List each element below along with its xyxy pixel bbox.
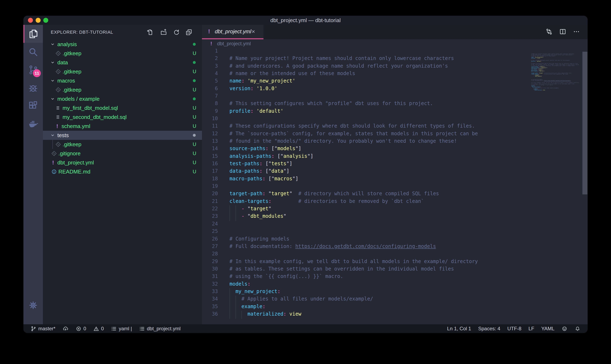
cursor-position[interactable]: Ln 1, Col 1 [447,326,471,332]
code-editor[interactable]: 12# Name your project! Project names sho… [202,48,588,324]
line-number[interactable]: 4 [202,71,218,76]
activity-item-docker[interactable] [23,115,43,133]
code-line-9[interactable]: 9profile: 'default' [202,108,588,116]
line-number[interactable]: 12 [202,131,218,136]
code-line-16[interactable]: 16test-paths: ["tests"] [202,161,588,168]
code-line-17[interactable]: 17data-paths: ["data"] [202,168,588,176]
line-number[interactable]: 13 [202,138,218,144]
chevron-down-icon[interactable] [50,41,55,47]
code-line-23[interactable]: 23 - "dbt_modules" [202,213,588,221]
code-line-21[interactable]: 21clean-targets: # directories to be rem… [202,198,588,206]
code-line-1[interactable]: 1 [202,48,588,56]
code-line-18[interactable]: 18macro-paths: ["macros"] [202,176,588,183]
tree-item-analysis[interactable]: analysis [43,40,202,49]
code-line-7[interactable]: 7 [202,93,588,101]
line-number[interactable]: 21 [202,198,218,204]
activity-item-explorer[interactable] [23,25,43,43]
line-number[interactable]: 2 [202,55,218,61]
refresh-explorer-button[interactable] [173,29,180,36]
tree-item--gitkeep[interactable]: .gitkeepU [43,85,202,94]
tree-item-my-first-dbt-model-sql[interactable]: my_first_dbt_model.sqlU [43,104,202,113]
tree-item--gitkeep[interactable]: .gitkeepU [43,140,202,149]
code-line-35[interactable]: 35 example: [202,304,588,311]
warnings-status[interactable]: 0 [93,326,104,332]
line-number[interactable]: 29 [202,259,218,264]
line-number[interactable]: 19 [202,183,218,189]
code-line-32[interactable]: 32models: [202,281,588,289]
code-line-19[interactable]: 19 [202,183,588,191]
line-number[interactable]: 1 [202,48,218,54]
tree-item-models-example[interactable]: models / example [43,94,202,104]
git-branch-status[interactable]: master* [30,326,56,332]
indentation[interactable]: Spaces: 4 [478,326,500,332]
line-number[interactable]: 23 [202,213,218,219]
errors-status[interactable]: 0 [76,326,86,332]
line-number[interactable]: 25 [202,228,218,234]
line-number[interactable]: 10 [202,116,218,121]
minimap[interactable]: # Name your project! Project names shoul… [531,52,582,118]
vertical-scrollbar[interactable] [583,52,587,195]
tree-item-schema-yml[interactable]: !schema.ymlU [43,122,202,131]
line-number[interactable]: 16 [202,161,218,167]
line-number[interactable]: 35 [202,304,218,309]
activity-item-extensions[interactable] [23,97,43,115]
feedback[interactable] [561,326,568,332]
publish-status[interactable] [63,326,69,332]
new-file-button[interactable] [146,29,153,36]
code-line-11[interactable]: 11# These configurations specify where d… [202,123,588,131]
line-number[interactable]: 9 [202,108,218,114]
yaml-outline-status[interactable]: yaml | [111,326,132,332]
line-number[interactable]: 18 [202,176,218,182]
line-number[interactable]: 36 [202,311,218,317]
code-line-5[interactable]: 5name: 'my_new_project' [202,78,588,86]
code-line-8[interactable]: 8# This setting configures which "profil… [202,101,588,108]
code-line-15[interactable]: 15analysis-paths: ["analysis"] [202,153,588,161]
tree-item-data[interactable]: data [43,58,202,67]
code-line-34[interactable]: 34 # Applies to all files under models/e… [202,296,588,304]
tree-item-macros[interactable]: macros [43,76,202,85]
line-number[interactable]: 28 [202,251,218,257]
code-line-24[interactable]: 24 [202,221,588,229]
collapse-folders-button[interactable] [185,29,193,36]
code-line-30[interactable]: 30# as tables. These settings can be ove… [202,266,588,274]
activity-item-settings[interactable] [23,296,43,314]
code-line-31[interactable]: 31# using the `{{ config(...) }}` macro. [202,273,588,281]
code-line-12[interactable]: 12# The `source-paths` config, for examp… [202,131,588,138]
tree-item--gitkeep[interactable]: .gitkeepU [43,67,202,76]
code-line-3[interactable]: 3# and underscores. A good package name … [202,63,588,71]
eol[interactable]: LF [528,326,534,332]
tree-item-tests[interactable]: tests [43,131,202,140]
notifications[interactable] [575,326,581,332]
code-line-14[interactable]: 14source-paths: ["models"] [202,146,588,153]
code-line-25[interactable]: 25 [202,228,588,236]
code-line-27[interactable]: 27# Full documentation: https://docs.get… [202,243,588,251]
activity-item-source-control[interactable]: 11 [23,61,43,79]
line-number[interactable]: 8 [202,101,218,106]
line-number[interactable]: 30 [202,266,218,272]
code-line-2[interactable]: 2# Name your project! Project names shou… [202,55,588,63]
code-line-20[interactable]: 20target-path: "target" # directory whic… [202,191,588,198]
file-outline-status[interactable]: dbt_project.yml [139,326,181,332]
open-changes-button[interactable] [545,28,553,36]
line-number[interactable]: 3 [202,63,218,69]
more-actions-button[interactable] [573,28,580,36]
line-number[interactable]: 20 [202,191,218,196]
new-folder-button[interactable] [160,29,167,36]
tree-item-readme-md[interactable]: README.mdU [43,167,202,176]
line-number[interactable]: 34 [202,296,218,302]
line-number[interactable]: 17 [202,168,218,174]
line-number[interactable]: 6 [202,86,218,91]
line-number[interactable]: 33 [202,288,218,294]
tree-item-dbt-project-yml[interactable]: !dbt_project.ymlU [43,158,202,167]
tab-dbt-project-yml[interactable]: ! dbt_project.yml × [202,25,264,39]
line-number[interactable]: 5 [202,78,218,84]
breadcrumb-item-file[interactable]: dbt_project.yml [217,39,251,48]
tree-item--gitkeep[interactable]: .gitkeepU [43,49,202,58]
code-line-36[interactable]: 36 materialized: view [202,311,588,319]
line-number[interactable]: 14 [202,146,218,151]
line-number[interactable]: 22 [202,206,218,212]
code-line-29[interactable]: 29# In this example config, we tell dbt … [202,259,588,266]
code-line-13[interactable]: 13# found in the "models/" directory. Yo… [202,138,588,146]
chevron-down-icon[interactable] [50,60,55,65]
line-number[interactable]: 32 [202,281,218,287]
